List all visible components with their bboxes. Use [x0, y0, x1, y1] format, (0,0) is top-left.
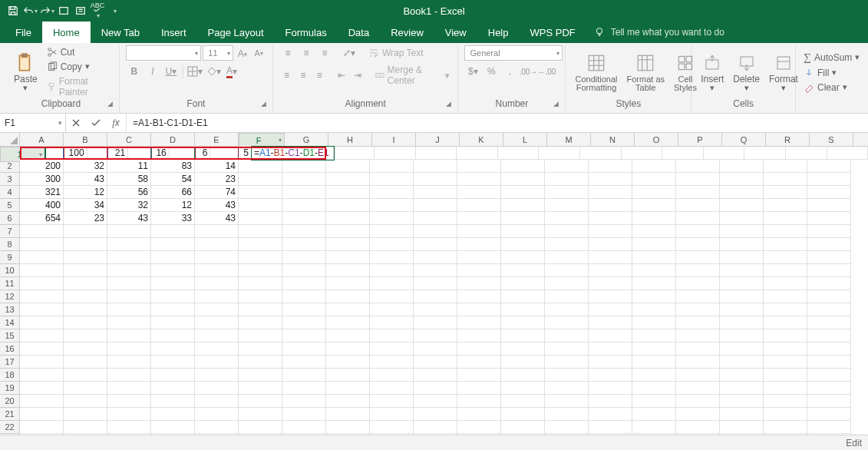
cell-D10[interactable]	[151, 264, 195, 277]
cell-N22[interactable]	[589, 421, 632, 434]
row-header-20[interactable]: 20	[0, 395, 20, 408]
cell-B15[interactable]	[64, 329, 107, 342]
column-header-H[interactable]: H	[328, 133, 372, 146]
cell-M7[interactable]	[545, 225, 589, 238]
cell-P12[interactable]	[676, 290, 720, 303]
borders-button[interactable]: ▾	[186, 64, 203, 79]
cell-Q10[interactable]	[720, 264, 764, 277]
cell-I20[interactable]	[370, 395, 414, 408]
tab-home[interactable]: Home	[42, 22, 91, 43]
cell-E9[interactable]	[195, 251, 239, 264]
cell-H15[interactable]	[326, 329, 370, 342]
cell-E22[interactable]	[195, 421, 239, 434]
cell-O2[interactable]	[632, 160, 676, 173]
row-header-15[interactable]: 15	[0, 329, 20, 342]
cell-H1[interactable]	[375, 147, 416, 160]
cell-L14[interactable]	[501, 316, 545, 329]
cell-P5[interactable]	[676, 199, 720, 212]
cell-I11[interactable]	[370, 277, 414, 290]
cell-J20[interactable]	[414, 395, 457, 408]
name-box[interactable]: F1	[0, 114, 66, 132]
cell-H14[interactable]	[326, 316, 370, 329]
cell-G19[interactable]	[282, 382, 326, 395]
cell-G7[interactable]	[282, 225, 326, 238]
cell-L4[interactable]	[501, 186, 545, 199]
cell-N18[interactable]	[589, 369, 632, 382]
cell-I16[interactable]	[370, 342, 414, 356]
cell-N12[interactable]	[589, 290, 632, 303]
column-header-A[interactable]: A	[20, 133, 64, 146]
cell-F9[interactable]	[239, 251, 282, 264]
cell-L8[interactable]	[501, 238, 545, 251]
cell-C10[interactable]	[107, 264, 151, 277]
cell-R22[interactable]	[764, 421, 807, 434]
cell-L22[interactable]	[501, 421, 545, 434]
cell-E17[interactable]	[195, 356, 239, 369]
cell-A3[interactable]: 300	[20, 173, 64, 186]
enter-formula-button[interactable]	[86, 118, 106, 127]
cell-S14[interactable]	[807, 316, 851, 329]
cell-B2[interactable]: 32	[64, 160, 107, 173]
cell-C18[interactable]	[107, 369, 151, 382]
cell-P14[interactable]	[676, 316, 720, 329]
cell-R16[interactable]	[764, 342, 807, 356]
cell-S13[interactable]	[807, 303, 851, 316]
cell-E11[interactable]	[195, 277, 239, 290]
cell-I14[interactable]	[370, 316, 414, 329]
row-header-18[interactable]: 18	[0, 369, 20, 382]
cell-I23[interactable]	[370, 434, 414, 435]
cell-D18[interactable]	[151, 369, 195, 382]
row-header-17[interactable]: 17	[0, 356, 20, 369]
cell-H3[interactable]	[326, 173, 370, 186]
cell-Q19[interactable]	[720, 382, 764, 395]
cell-P16[interactable]	[676, 342, 720, 356]
cell-F5[interactable]	[239, 199, 282, 212]
column-header-S[interactable]: S	[810, 133, 853, 146]
cell-K7[interactable]	[457, 225, 501, 238]
cell-A8[interactable]	[20, 238, 64, 251]
cell-K23[interactable]	[457, 434, 501, 435]
cell-S4[interactable]	[807, 186, 851, 199]
cell-R19[interactable]	[764, 382, 807, 395]
cell-O5[interactable]	[632, 199, 676, 212]
cell-K12[interactable]	[457, 290, 501, 303]
increase-font-button[interactable]: A▴	[235, 45, 249, 61]
column-header-O[interactable]: O	[635, 133, 678, 146]
cell-J15[interactable]	[414, 329, 457, 342]
tell-me-search[interactable]: Tell me what you want to do	[594, 22, 724, 43]
column-header-J[interactable]: J	[416, 133, 460, 146]
cell-D2[interactable]: 83	[151, 160, 195, 173]
qat-customize-icon[interactable]: ▾	[106, 2, 123, 19]
italic-button[interactable]: I	[144, 64, 161, 79]
cell-Q20[interactable]	[720, 395, 764, 408]
cell-M10[interactable]	[545, 264, 589, 277]
cell-C20[interactable]	[107, 395, 151, 408]
cell-H23[interactable]	[326, 434, 370, 435]
cell-O18[interactable]	[632, 369, 676, 382]
insert-cells-button[interactable]: Insert▾	[698, 51, 727, 94]
cell-C1[interactable]: 16	[128, 147, 170, 160]
cell-M15[interactable]	[545, 329, 589, 342]
cell-O8[interactable]	[632, 238, 676, 251]
cell-L1[interactable]	[539, 147, 580, 160]
cell-E16[interactable]	[195, 342, 239, 356]
cell-A10[interactable]	[20, 264, 64, 277]
cell-R18[interactable]	[764, 369, 807, 382]
cell-B12[interactable]	[64, 290, 107, 303]
cell-R21[interactable]	[764, 408, 807, 421]
cell-Q21[interactable]	[720, 408, 764, 421]
row-header-23[interactable]: 23	[0, 434, 20, 435]
column-header-P[interactable]: P	[678, 133, 722, 146]
cell-N21[interactable]	[589, 408, 632, 421]
cell-J3[interactable]	[414, 173, 457, 186]
cell-D22[interactable]	[151, 421, 195, 434]
cell-F2[interactable]	[239, 160, 282, 173]
row-header-12[interactable]: 12	[0, 290, 20, 303]
cell-J14[interactable]	[414, 316, 457, 329]
cell-Q4[interactable]	[720, 186, 764, 199]
cell-N17[interactable]	[589, 356, 632, 369]
cell-F15[interactable]	[239, 329, 282, 342]
cell-A18[interactable]	[20, 369, 64, 382]
merge-center-button[interactable]: Merge & Center ▾	[374, 64, 452, 87]
cell-F7[interactable]	[239, 225, 282, 238]
